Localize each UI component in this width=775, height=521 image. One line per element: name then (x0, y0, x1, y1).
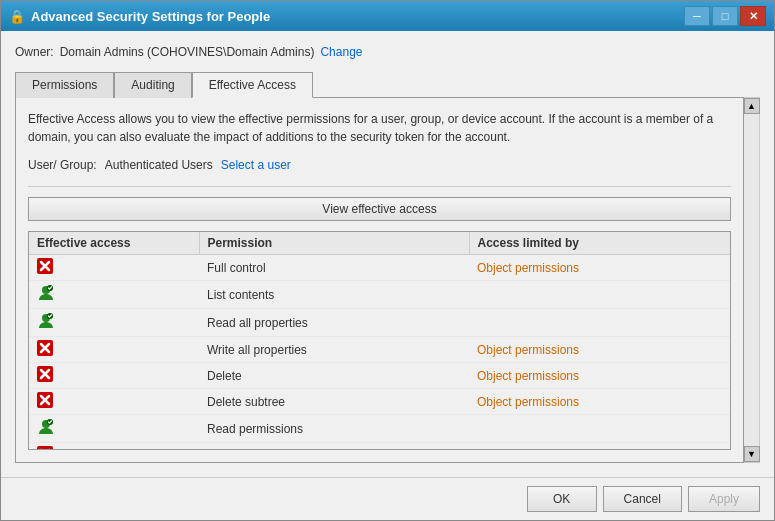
title-controls: ─ □ ✕ (684, 6, 766, 26)
scroll-down-button[interactable]: ▼ (744, 446, 760, 462)
limited-by-cell: Object permissions (469, 337, 730, 363)
table-row: Full controlObject permissions (29, 255, 730, 281)
limited-by-cell (469, 309, 730, 337)
bottom-bar: OK Cancel Apply (1, 477, 774, 520)
owner-value: Domain Admins (COHOVINES\Domain Admins) (60, 45, 315, 59)
tab-effective-access[interactable]: Effective Access (192, 72, 313, 98)
col-header-limited: Access limited by (469, 232, 730, 255)
limited-by-cell: Object permissions (469, 443, 730, 451)
allow-icon (37, 291, 55, 305)
col-header-access: Effective access (29, 232, 199, 255)
permission-cell: Read permissions (199, 415, 469, 443)
tabs-container: Permissions Auditing Effective Access (15, 71, 760, 97)
table-row: DeleteObject permissions (29, 363, 730, 389)
tab-auditing[interactable]: Auditing (114, 72, 191, 98)
svg-rect-18 (37, 446, 53, 450)
ok-button[interactable]: OK (527, 486, 597, 512)
owner-label: Owner: (15, 45, 54, 59)
table-header-row: Effective access Permission Access limit… (29, 232, 730, 255)
allow-icon (37, 425, 55, 439)
apply-button[interactable]: Apply (688, 486, 760, 512)
permission-cell: Delete subtree (199, 389, 469, 415)
limited-by-cell: Object permissions (469, 389, 730, 415)
limited-by-cell (469, 281, 730, 309)
view-effective-access-button[interactable]: View effective access (28, 197, 731, 221)
table-row: Read all properties (29, 309, 730, 337)
deny-icon (37, 345, 53, 359)
change-owner-link[interactable]: Change (320, 45, 362, 59)
main-window: 🔒 Advanced Security Settings for People … (0, 0, 775, 521)
owner-row: Owner: Domain Admins (COHOVINES\Domain A… (15, 45, 760, 59)
permission-cell: Write all properties (199, 337, 469, 363)
limited-by-cell: Object permissions (469, 363, 730, 389)
permission-cell: Delete (199, 363, 469, 389)
scrollbar[interactable]: ▲ ▼ (744, 97, 760, 463)
table-row: Delete subtreeObject permissions (29, 389, 730, 415)
access-icon-cell (29, 255, 199, 281)
allow-icon (37, 319, 55, 333)
tab-permissions[interactable]: Permissions (15, 72, 114, 98)
deny-icon (37, 263, 53, 277)
limited-by-cell: Object permissions (469, 255, 730, 281)
scroll-up-button[interactable]: ▲ (744, 98, 760, 114)
col-header-permission: Permission (199, 232, 469, 255)
deny-icon (37, 371, 53, 385)
deny-icon (37, 397, 53, 411)
access-icon-cell (29, 337, 199, 363)
maximize-button[interactable]: □ (712, 6, 738, 26)
main-content: Owner: Domain Admins (COHOVINES\Domain A… (1, 31, 774, 471)
permission-cell: Modify permissions (199, 443, 469, 451)
title-bar-left: 🔒 Advanced Security Settings for People (9, 8, 270, 24)
cancel-button[interactable]: Cancel (603, 486, 682, 512)
select-user-link[interactable]: Select a user (221, 158, 291, 172)
permission-cell: Full control (199, 255, 469, 281)
close-button[interactable]: ✕ (740, 6, 766, 26)
window-icon: 🔒 (9, 8, 25, 24)
user-group-label: User/ Group: (28, 158, 97, 172)
user-group-value: Authenticated Users (105, 158, 213, 172)
window-title: Advanced Security Settings for People (31, 9, 270, 24)
limited-by-cell (469, 415, 730, 443)
access-table: Effective access Permission Access limit… (29, 232, 730, 450)
tab-content-area: Effective Access allows you to view the … (15, 97, 744, 463)
scroll-track (744, 114, 759, 446)
tab-content-wrapper: Effective Access allows you to view the … (15, 97, 760, 463)
title-bar: 🔒 Advanced Security Settings for People … (1, 1, 774, 31)
table-row: Read permissions (29, 415, 730, 443)
access-icon-cell (29, 415, 199, 443)
access-icon-cell (29, 309, 199, 337)
access-table-container: Effective access Permission Access limit… (28, 231, 731, 450)
user-group-row: User/ Group: Authenticated Users Select … (28, 158, 731, 172)
access-icon-cell (29, 363, 199, 389)
permission-cell: List contents (199, 281, 469, 309)
access-icon-cell (29, 443, 199, 451)
table-row: Modify permissionsObject permissions (29, 443, 730, 451)
divider (28, 186, 731, 187)
access-icon-cell (29, 389, 199, 415)
permission-cell: Read all properties (199, 309, 469, 337)
description-text: Effective Access allows you to view the … (28, 110, 731, 146)
table-row: List contents (29, 281, 730, 309)
minimize-button[interactable]: ─ (684, 6, 710, 26)
table-row: Write all propertiesObject permissions (29, 337, 730, 363)
access-icon-cell (29, 281, 199, 309)
